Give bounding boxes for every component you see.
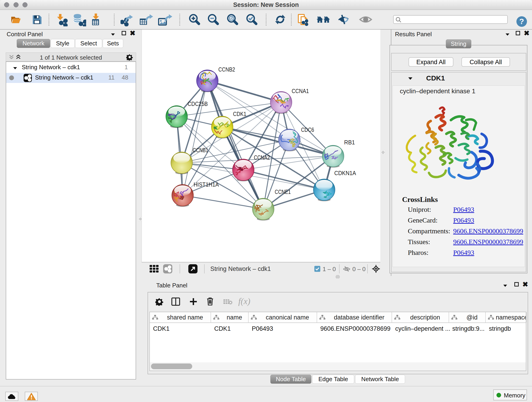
svg-text:CDK1: CDK1 [233,110,246,117]
svg-text:CCNB2: CCNB2 [218,66,235,73]
svg-text:CDC6: CDC6 [301,126,314,133]
svg-text:?: ? [519,17,524,26]
svg-text:CCNA1: CCNA1 [292,88,309,95]
svg-text:CDKN1A: CDKN1A [334,170,356,177]
svg-text:CCNE1: CCNE1 [275,188,291,195]
svg-text:HIST1H1A: HIST1H1A [194,181,219,188]
svg-text:RB1: RB1 [344,139,355,146]
svg-text:CCNB1: CCNB1 [193,147,208,153]
svg-text:CCNA2: CCNA2 [254,154,270,161]
svg-text:CDC25B: CDC25B [188,100,208,107]
